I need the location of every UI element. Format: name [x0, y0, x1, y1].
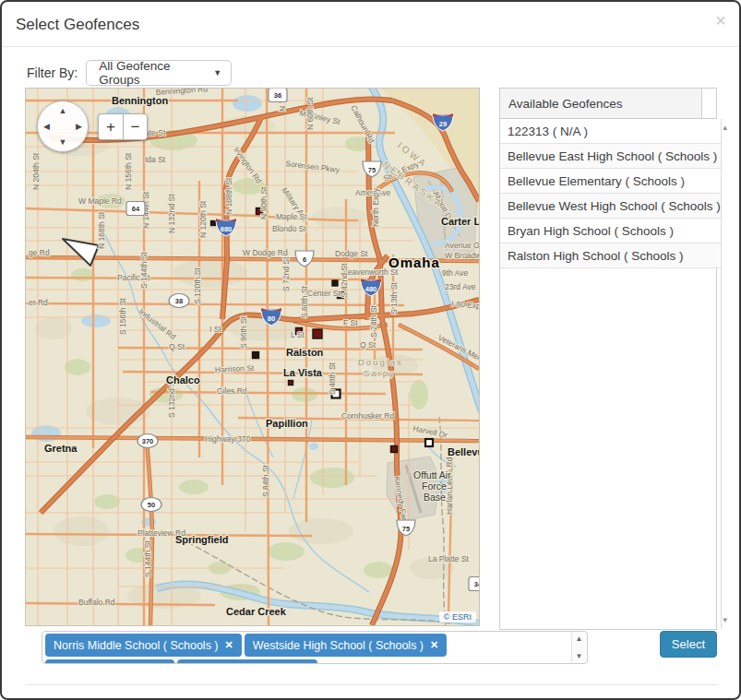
tags-scroll-up-icon[interactable]: ▲: [576, 635, 583, 643]
panel-header-spacer: [702, 89, 716, 119]
svg-text:Bennington: Bennington: [112, 95, 168, 106]
panel-body: 122313 ( N/A )Bellevue East High School …: [500, 119, 716, 629]
svg-text:Center St: Center St: [307, 289, 341, 298]
pan-down-icon[interactable]: ▼: [59, 137, 67, 147]
svg-text:N 120th St: N 120th St: [198, 200, 208, 238]
svg-text:23rd Ave: 23rd Ave: [445, 282, 476, 291]
svg-text:N 60th St: N 60th St: [305, 97, 315, 130]
svg-text:N 156th St: N 156th St: [124, 152, 133, 190]
svg-text:Omaha: Omaha: [388, 255, 440, 270]
geofence-list-item[interactable]: Bellevue Elementary ( Schools ): [500, 169, 721, 194]
svg-text:6: 6: [303, 255, 306, 264]
svg-text:Buffalo Rd: Buffalo Rd: [78, 598, 115, 607]
selected-tag[interactable]: Westside High School ( Schools )✕: [245, 634, 448, 657]
svg-text:N 168th St: N 168th St: [97, 211, 106, 249]
selected-tags-input[interactable]: Norris Middle School ( Schools )✕Westsid…: [42, 631, 588, 664]
tags-scroll-down-icon[interactable]: ▼: [576, 652, 583, 660]
geofence-group-dropdown[interactable]: All Geofence Groups ▼: [86, 60, 232, 86]
pan-right-icon[interactable]: ▶: [76, 122, 82, 131]
geofence-list-item[interactable]: Bellevue West High School ( Schools ): [500, 194, 721, 219]
svg-text:La Vista: La Vista: [283, 367, 323, 378]
svg-text:Force: Force: [422, 481, 447, 492]
svg-text:29: 29: [439, 120, 447, 128]
svg-text:W Maple Rd: W Maple Rd: [78, 196, 122, 206]
selected-tag[interactable]: Norris Middle School ( Schools )✕: [45, 634, 242, 657]
svg-text:75: 75: [402, 525, 410, 533]
geofence-list-item[interactable]: Ralston High School ( Schools ): [500, 243, 721, 268]
map-container: Bennington RdMcKinley StCalhoun RdState …: [25, 88, 480, 626]
selected-tag-label: Westside High School ( Schools ): [253, 639, 424, 652]
dialog-footer: [25, 684, 717, 700]
svg-text:N 132nd St: N 132nd St: [167, 194, 176, 233]
geofence-list-item[interactable]: 122313 ( N/A ): [500, 119, 721, 144]
svg-text:Papillion: Papillion: [266, 418, 308, 429]
svg-text:9th Ave: 9th Ave: [442, 268, 468, 278]
svg-text:Ralston: Ralston: [286, 347, 324, 358]
svg-text:480: 480: [365, 285, 377, 293]
map-pan-control[interactable]: ▲ ▼ ◀ ▶: [37, 101, 89, 152]
svg-text:W Dodge Rd: W Dodge Rd: [243, 248, 288, 257]
svg-text:S 13th St: S 13th St: [389, 281, 399, 314]
zoom-in-button[interactable]: +: [98, 113, 123, 140]
svg-text:Gretna: Gretna: [44, 443, 78, 454]
svg-text:Maple St: Maple St: [276, 212, 307, 221]
svg-text:Cedar Creek: Cedar Creek: [226, 606, 287, 617]
svg-text:S 144th St: S 144th St: [139, 252, 149, 289]
filter-row: Filter By: All Geofence Groups ▼: [27, 60, 717, 86]
geofence-list: 122313 ( N/A )Bellevue East High School …: [500, 119, 722, 629]
svg-text:Sarpy: Sarpy: [364, 368, 396, 378]
select-geofences-dialog: Select Geofences × Filter By: All Geofen…: [0, 0, 741, 700]
pan-up-icon[interactable]: ▲: [59, 106, 67, 115]
panel-header-title: Available Geofences: [500, 89, 702, 119]
svg-text:La Platte St: La Platte St: [428, 554, 470, 564]
svg-text:75: 75: [368, 166, 376, 174]
svg-text:S 72nd St: S 72nd St: [281, 256, 291, 291]
dialog-header: Select Geofences ×: [2, 2, 739, 47]
main-row: Bennington RdMcKinley StCalhoun RdState …: [25, 88, 717, 630]
select-button[interactable]: Select: [660, 631, 717, 658]
close-icon[interactable]: ×: [715, 11, 726, 30]
svg-text:370: 370: [142, 437, 154, 445]
svg-text:Ida St: Ida St: [145, 155, 166, 164]
selected-tags: Norris Middle School ( Schools )✕Westsid…: [45, 634, 568, 664]
esri-attribution[interactable]: © ESRI: [439, 611, 476, 623]
svg-text:Douglas: Douglas: [358, 357, 403, 367]
map-canvas[interactable]: Bennington RdMcKinley StCalhoun RdState …: [26, 89, 479, 625]
svg-text:L St: L St: [291, 330, 305, 339]
svg-text:38: 38: [175, 297, 183, 305]
svg-text:S 84th St: S 84th St: [261, 464, 270, 497]
dialog-body: Filter By: All Geofence Groups ▼: [2, 47, 739, 700]
svg-text:S 144th St: S 144th St: [143, 540, 152, 577]
svg-text:F St: F St: [343, 318, 358, 327]
svg-text:er Rd: er Rd: [29, 298, 48, 307]
svg-text:W Broadway: W Broadway: [445, 251, 479, 260]
svg-text:36: 36: [274, 91, 281, 100]
svg-text:Carter Lake: Carter Lake: [441, 216, 479, 227]
remove-tag-icon[interactable]: ✕: [225, 639, 233, 651]
geofence-list-item[interactable]: Bellevue East High School ( Schools ): [500, 144, 721, 169]
panel-header: Available Geofences: [500, 89, 716, 119]
svg-text:Avenue G: Avenue G: [445, 241, 479, 250]
svg-text:I St: I St: [209, 325, 221, 334]
svg-text:Bellevue: Bellevue: [448, 446, 479, 457]
svg-text:Highway 370: Highway 370: [205, 434, 250, 444]
svg-text:34: 34: [474, 580, 479, 588]
filter-by-label: Filter By:: [27, 65, 78, 80]
pan-left-icon[interactable]: ◀: [43, 122, 50, 131]
svg-text:Chalco: Chalco: [166, 374, 200, 386]
selected-tag-partial[interactable]: [177, 659, 317, 664]
svg-text:80: 80: [268, 314, 275, 323]
svg-text:N 90th St: N 90th St: [259, 186, 269, 219]
zoom-out-button[interactable]: −: [123, 113, 148, 140]
svg-text:S 48th St: S 48th St: [328, 362, 337, 395]
map-zoom-control: + −: [98, 113, 148, 140]
selected-tag-partial[interactable]: [45, 659, 174, 664]
dropdown-selected-value: All Geofence Groups: [99, 59, 213, 87]
svg-text:Q St: Q St: [360, 340, 376, 350]
remove-tag-icon[interactable]: ✕: [430, 639, 438, 651]
svg-text:Base: Base: [424, 492, 446, 503]
geofence-list-item[interactable]: Bryan High School ( Schools ): [500, 219, 721, 243]
tags-scrollbar[interactable]: ▲ ▼: [571, 633, 586, 662]
svg-text:S 120th St: S 120th St: [193, 267, 202, 304]
svg-text:680: 680: [221, 225, 233, 233]
